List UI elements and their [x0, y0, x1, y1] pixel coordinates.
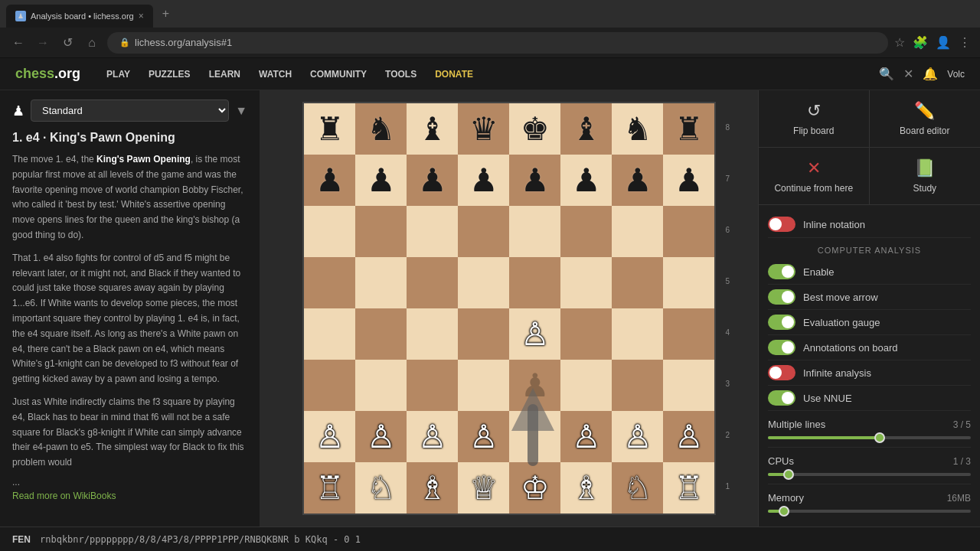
- chess-square[interactable]: ♟: [509, 360, 560, 411]
- chess-square[interactable]: ♗: [407, 462, 458, 514]
- chess-square[interactable]: ♛: [458, 103, 509, 155]
- new-tab-button[interactable]: +: [156, 4, 175, 24]
- chess-square[interactable]: ♙: [509, 308, 560, 360]
- read-more-link[interactable]: Read more on WikiBooks: [12, 491, 247, 501]
- refresh-button[interactable]: ↺: [58, 35, 77, 50]
- multiple-lines-thumb[interactable]: [874, 432, 885, 443]
- chess-square[interactable]: ♟: [560, 155, 612, 206]
- board-editor-button[interactable]: ✏️ Board editor: [870, 90, 981, 147]
- chess-square[interactable]: [458, 257, 509, 308]
- chess-square[interactable]: [509, 411, 560, 462]
- continue-from-here-button[interactable]: ✕ Continue from here: [759, 147, 870, 204]
- extensions-button[interactable]: 🧩: [913, 35, 928, 50]
- chess-square[interactable]: [458, 308, 509, 360]
- chess-square[interactable]: [612, 257, 663, 308]
- chess-square[interactable]: [560, 360, 612, 411]
- nav-play[interactable]: PLAY: [99, 65, 138, 83]
- chess-board[interactable]: ♜♞♝♛♚♝♞♜♟♟♟♟♟♟♟♟♙♟♙♙♙♙♙♙♙♖♘♗♕♔♗♘♖: [302, 102, 716, 515]
- search-icon[interactable]: 🔍: [879, 67, 894, 81]
- browser-tab[interactable]: ♟ Analysis board • lichess.org ×: [6, 5, 153, 28]
- chess-square[interactable]: ♟: [407, 155, 458, 206]
- close-icon[interactable]: ✕: [903, 67, 913, 81]
- flip-board-button[interactable]: ↺ Flip board: [759, 90, 870, 147]
- nav-tools[interactable]: TOOLS: [377, 65, 424, 83]
- chess-square[interactable]: ♟: [355, 155, 407, 206]
- chess-square[interactable]: [355, 308, 407, 360]
- chess-square[interactable]: ♜: [304, 103, 355, 155]
- chess-square[interactable]: [560, 257, 612, 308]
- chess-square[interactable]: [612, 206, 663, 257]
- chess-square[interactable]: [509, 206, 560, 257]
- chess-square[interactable]: [612, 360, 663, 411]
- chess-square[interactable]: [509, 257, 560, 308]
- annotations-toggle[interactable]: [768, 340, 795, 355]
- chess-square[interactable]: ♙: [355, 411, 407, 462]
- chess-square[interactable]: [355, 206, 407, 257]
- chess-square[interactable]: ♙: [663, 411, 714, 462]
- chess-square[interactable]: ♙: [407, 411, 458, 462]
- chess-square[interactable]: ♝: [560, 103, 612, 155]
- chess-square[interactable]: [612, 308, 663, 360]
- chess-square[interactable]: ♖: [663, 462, 714, 514]
- fen-value[interactable]: rnbqkbnr/pppppppp/8/8/4P3/8/PPPP1PPP/RNB…: [40, 534, 361, 545]
- chess-square[interactable]: ♟: [509, 155, 560, 206]
- chess-square[interactable]: [304, 257, 355, 308]
- opening-type-select[interactable]: Standard: [31, 99, 229, 122]
- chess-square[interactable]: [663, 308, 714, 360]
- address-bar[interactable]: 🔒 lichess.org/analysis#1: [107, 32, 888, 54]
- notification-icon[interactable]: 🔔: [923, 67, 938, 81]
- chess-square[interactable]: [663, 257, 714, 308]
- chess-square[interactable]: [355, 360, 407, 411]
- chess-square[interactable]: [560, 308, 612, 360]
- infinite-toggle[interactable]: [768, 365, 795, 380]
- chess-square[interactable]: ♙: [304, 411, 355, 462]
- chess-square[interactable]: ♘: [355, 462, 407, 514]
- study-button[interactable]: 📗 Study: [870, 147, 981, 204]
- nav-watch[interactable]: WATCH: [251, 65, 299, 83]
- chess-square[interactable]: [663, 360, 714, 411]
- tab-close-btn[interactable]: ×: [139, 11, 144, 21]
- chess-square[interactable]: ♚: [509, 103, 560, 155]
- inline-notation-toggle[interactable]: [768, 217, 795, 232]
- chess-square[interactable]: ♙: [612, 411, 663, 462]
- chess-square[interactable]: ♗: [560, 462, 612, 514]
- chess-square[interactable]: [458, 360, 509, 411]
- chess-square[interactable]: ♙: [560, 411, 612, 462]
- bookmark-button[interactable]: ☆: [894, 35, 905, 50]
- chess-square[interactable]: ♞: [355, 103, 407, 155]
- selector-dropdown-icon[interactable]: ▼: [235, 104, 247, 118]
- chess-square[interactable]: [304, 360, 355, 411]
- chess-square[interactable]: ♔: [509, 462, 560, 514]
- chess-square[interactable]: ♙: [458, 411, 509, 462]
- chess-square[interactable]: [663, 206, 714, 257]
- nav-puzzles[interactable]: PUZZLES: [141, 65, 198, 83]
- enable-toggle[interactable]: [768, 264, 795, 279]
- nav-learn[interactable]: LEARN: [201, 65, 248, 83]
- chess-square[interactable]: [407, 206, 458, 257]
- best-move-toggle[interactable]: [768, 289, 795, 305]
- nav-community[interactable]: COMMUNITY: [302, 65, 374, 83]
- back-button[interactable]: ←: [9, 36, 28, 50]
- chess-square[interactable]: ♝: [407, 103, 458, 155]
- chess-square[interactable]: ♖: [304, 462, 355, 514]
- profile-button[interactable]: 👤: [936, 35, 951, 50]
- chess-square[interactable]: ♟: [663, 155, 714, 206]
- chess-square[interactable]: [560, 206, 612, 257]
- cpus-thumb[interactable]: [783, 469, 794, 480]
- chess-square[interactable]: [355, 257, 407, 308]
- eval-gauge-toggle[interactable]: [768, 315, 795, 330]
- chess-square[interactable]: [304, 206, 355, 257]
- chess-square[interactable]: ♟: [458, 155, 509, 206]
- chess-square[interactable]: ♟: [304, 155, 355, 206]
- nav-donate[interactable]: DONATE: [427, 65, 481, 83]
- chess-square[interactable]: ♜: [663, 103, 714, 155]
- forward-button[interactable]: →: [34, 36, 52, 50]
- chess-square[interactable]: [407, 257, 458, 308]
- chess-square[interactable]: ♕: [458, 462, 509, 514]
- chess-square[interactable]: ♞: [612, 103, 663, 155]
- chess-square[interactable]: [458, 206, 509, 257]
- chess-logo[interactable]: chess.org: [15, 66, 80, 82]
- home-button[interactable]: ⌂: [83, 36, 101, 50]
- nnue-toggle[interactable]: [768, 390, 795, 406]
- chess-square[interactable]: [407, 360, 458, 411]
